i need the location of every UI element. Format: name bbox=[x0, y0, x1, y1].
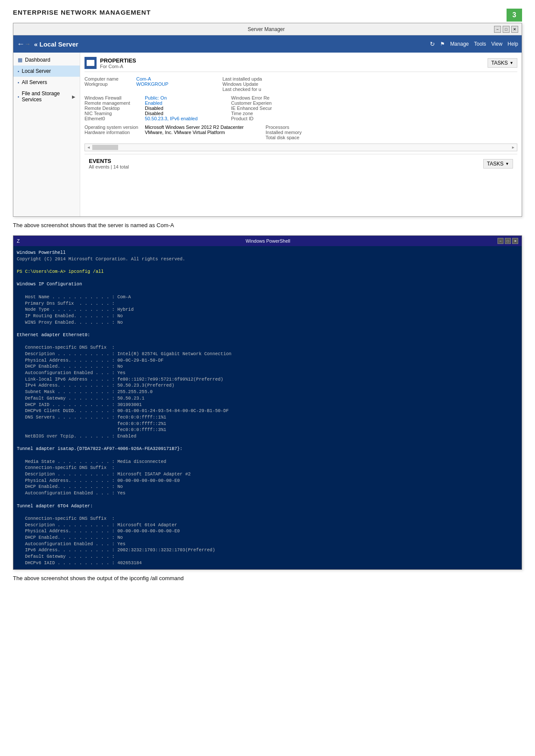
scroll-left-icon: ◄ bbox=[87, 145, 91, 150]
events-title: EVENTS bbox=[89, 158, 129, 164]
value-computer-name[interactable]: Com-A bbox=[136, 76, 222, 81]
label-ie-enhanced: IE Enhanced Secur bbox=[231, 106, 517, 111]
events-header: EVENTS All events | 14 total TASKS ▼ bbox=[89, 158, 513, 169]
forward-icon: → bbox=[25, 41, 31, 47]
label-customer-exp: Customer Experien bbox=[231, 100, 517, 106]
label-win-error: Windows Error Re bbox=[231, 95, 517, 100]
events-title-group: EVENTS All events | 14 total bbox=[89, 158, 129, 169]
ps-controls: − □ ✕ bbox=[497, 238, 518, 244]
back-icon: ← bbox=[17, 40, 25, 49]
page-badge: 3 bbox=[507, 9, 522, 22]
nav-actions: ↻ ⚑ Manage Tools View Help bbox=[430, 41, 518, 47]
sidebar-label-file-storage: File and Storage Services bbox=[22, 91, 69, 103]
label-installed-mem: Installed memory bbox=[266, 130, 517, 135]
prop-icon bbox=[84, 57, 97, 69]
refresh-icon[interactable]: ↻ bbox=[430, 41, 435, 47]
page-title: ENTERPRISE NETWORK MANAGEMENT bbox=[13, 9, 522, 16]
label-remote-desktop: Remote Desktop bbox=[84, 106, 145, 111]
prop-subtitle: For Com-A bbox=[100, 64, 136, 69]
scroll-thumb[interactable] bbox=[92, 145, 118, 150]
scroll-right-icon: ► bbox=[511, 145, 515, 150]
value-workgroup[interactable]: WORKGROUP bbox=[136, 81, 222, 87]
tasks-dropdown-icon: ▼ bbox=[510, 61, 513, 65]
prop-header-left: PROPERTIES For Com-A bbox=[84, 57, 136, 69]
local-server-icon: ▪ bbox=[18, 69, 19, 74]
prop-icon-inner bbox=[87, 60, 94, 66]
label-timezone: Time zone bbox=[231, 111, 517, 116]
caption-server-name: The above screenshot shows that the serv… bbox=[13, 222, 522, 228]
server-manager-window: Server Manager − □ ✕ ← → « Local Server … bbox=[13, 23, 522, 217]
window-controls: − □ ✕ bbox=[494, 26, 518, 33]
ps-title-label: Windows PowerShell bbox=[38, 238, 497, 244]
sidebar-item-file-storage[interactable]: ▪ File and Storage Services ▶ bbox=[13, 88, 80, 105]
tools-link[interactable]: Tools bbox=[474, 41, 486, 47]
label-hw-info: Hardware information bbox=[84, 130, 145, 135]
back-button[interactable]: ← → bbox=[17, 40, 31, 49]
window-title-label: Server Manager bbox=[38, 26, 494, 32]
horizontal-scrollbar[interactable]: ◄ ► bbox=[84, 144, 517, 151]
sidebar-label-dashboard: Dashboard bbox=[25, 57, 50, 63]
all-servers-icon: ▪ bbox=[18, 80, 19, 85]
ps-titlebar: Z Windows PowerShell − □ ✕ bbox=[13, 236, 522, 246]
main-area: ▦ Dashboard ▪ Local Server ▪ AIl Servers… bbox=[13, 53, 522, 216]
ps-maximize-button[interactable]: □ bbox=[505, 238, 511, 244]
properties-area: PROPERTIES For Com-A TASKS ▼ Computer na… bbox=[80, 53, 522, 216]
value-hw-info: VMware, Inc. VMware Virtual Platform bbox=[145, 130, 266, 135]
flag-icon[interactable]: ⚑ bbox=[440, 41, 445, 47]
value-remote-desktop[interactable]: Disabled bbox=[145, 106, 231, 111]
events-subtitle: All events | 14 total bbox=[89, 164, 129, 169]
sidebar-label-local-server: Local Server bbox=[22, 68, 51, 74]
prop-os-section: Operating system version Microsoft Windo… bbox=[84, 125, 517, 140]
expand-icon: ▶ bbox=[72, 94, 75, 99]
prop-firewall-section: Windows Firewall Public: On Windows Erro… bbox=[84, 95, 517, 121]
window-titlebar: Server Manager − □ ✕ bbox=[13, 23, 522, 35]
navigation-bar: ← → « Local Server ↻ ⚑ Manage Tools View… bbox=[13, 35, 522, 53]
label-processors: Processors bbox=[266, 125, 517, 130]
label-last-installed: Last installed upda bbox=[222, 76, 517, 81]
label-ethernet: Ethernet0 bbox=[84, 116, 145, 121]
label-computer-name: Computer name bbox=[84, 76, 136, 81]
value-firewall[interactable]: Public: On bbox=[145, 95, 231, 100]
label-windows-update: Windows Update bbox=[222, 81, 517, 87]
ps-close-button[interactable]: ✕ bbox=[512, 238, 518, 244]
label-firewall: Windows Firewall bbox=[84, 95, 145, 100]
value-nic-teaming[interactable]: Disabled bbox=[145, 111, 231, 116]
manage-link[interactable]: Manage bbox=[450, 41, 469, 47]
ps-content: Windows PowerShell Copyright (C) 2014 Mi… bbox=[13, 246, 522, 569]
label-disk-space: Total disk space bbox=[266, 135, 517, 140]
sidebar-item-dashboard[interactable]: ▦ Dashboard bbox=[13, 54, 80, 66]
ps-minimize-button[interactable]: − bbox=[497, 238, 504, 244]
label-remote-mgmt: Remote management bbox=[84, 100, 145, 106]
minimize-button[interactable]: − bbox=[494, 26, 501, 33]
prop-title: PROPERTIES bbox=[100, 57, 136, 64]
sidebar-item-local-server[interactable]: ▪ Local Server bbox=[13, 66, 80, 77]
prop-title-group: PROPERTIES For Com-A bbox=[100, 57, 136, 69]
label-os-version: Operating system version bbox=[84, 125, 145, 130]
events-tasks-button[interactable]: TASKS ▼ bbox=[483, 159, 513, 169]
file-storage-icon: ▪ bbox=[18, 94, 19, 99]
sidebar-label-all-servers: AIl Servers bbox=[22, 79, 47, 85]
ps-icon: Z bbox=[17, 238, 20, 244]
tasks-button[interactable]: TASKS ▼ bbox=[488, 58, 517, 68]
right-col-2: Windows Update bbox=[222, 81, 517, 87]
close-button[interactable]: ✕ bbox=[511, 26, 518, 33]
properties-header: PROPERTIES For Com-A TASKS ▼ bbox=[84, 57, 517, 72]
value-remote-mgmt[interactable]: Enabled bbox=[145, 100, 231, 106]
label-product-id: Product ID bbox=[231, 116, 517, 121]
powershell-window: Z Windows PowerShell − □ ✕ Windows Power… bbox=[13, 235, 522, 570]
view-link[interactable]: View bbox=[491, 41, 503, 47]
label-nic-teaming: NIC Teaming bbox=[84, 111, 145, 116]
events-area: EVENTS All events | 14 total TASKS ▼ bbox=[84, 154, 517, 174]
sidebar: ▦ Dashboard ▪ Local Server ▪ AIl Servers… bbox=[13, 53, 80, 216]
value-ethernet[interactable]: 50.50.23.3, IPv6 enabled bbox=[145, 116, 231, 121]
prop-basic-section: Computer name Com-A Last installed upda … bbox=[84, 76, 517, 92]
maximize-button[interactable]: □ bbox=[503, 26, 510, 33]
events-tasks-icon: ▼ bbox=[505, 162, 509, 166]
value-os-version: Microsoft Windows Server 2012 R2 Datacen… bbox=[145, 125, 266, 130]
sidebar-item-all-servers[interactable]: ▪ AIl Servers bbox=[13, 77, 80, 88]
help-link[interactable]: Help bbox=[507, 41, 518, 47]
right-col-1: Last installed upda bbox=[222, 76, 517, 81]
label-last-checked: Last checked for u bbox=[222, 87, 517, 92]
right-col-3: Last checked for u bbox=[222, 87, 517, 92]
caption-ipconfig: The above screenshot shows the output of… bbox=[13, 575, 522, 581]
